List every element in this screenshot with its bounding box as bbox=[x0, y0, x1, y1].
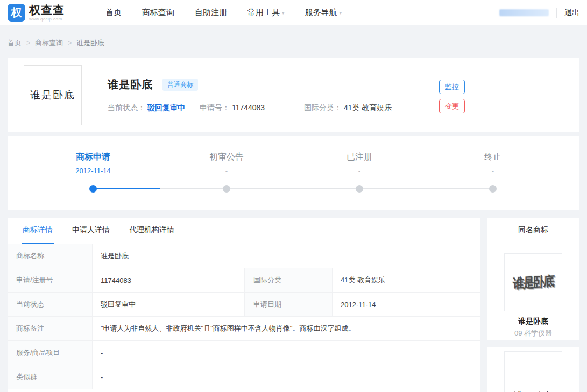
main-nav: 首页 商标查询 自助注册 常用工具 ▾ 服务导航 ▾ bbox=[105, 0, 342, 25]
chevron-down-icon: ▾ bbox=[340, 10, 342, 16]
trademark-detail-card: 商标详情 申请人详情 代理机构详情 商标名称 谁是卧底 申请/注册号 11744… bbox=[8, 218, 480, 392]
tab-agency-detail[interactable]: 代理机构详情 bbox=[128, 218, 175, 244]
nav-item-trademark-search[interactable]: 商标查询 bbox=[142, 8, 174, 18]
trademark-image: 谁是卧底 bbox=[24, 65, 82, 125]
nav-item-home[interactable]: 首页 bbox=[105, 8, 122, 18]
nav-item-self-register[interactable]: 自助注册 bbox=[195, 8, 227, 18]
intl-class-label: 国际分类： bbox=[304, 103, 342, 112]
logo-icon: 权 bbox=[8, 4, 25, 22]
breadcrumb-separator-icon: > bbox=[26, 39, 30, 47]
timeline-dot-active bbox=[89, 185, 97, 193]
table-row-remark: 商标备注 "申请人为非自然人、非政府机关"且"商标图样中不含人物肖像"。商标由汉… bbox=[8, 317, 480, 341]
status-timeline-card: 商标申请 2012-11-14 初审公告 - 已注册 - 终止 - bbox=[8, 136, 579, 210]
timeline-track-progress bbox=[93, 188, 160, 189]
same-name-item-name[interactable]: 谁是卧底 bbox=[487, 317, 579, 326]
application-number-value: 11744083 bbox=[232, 103, 265, 112]
trademark-type-badge: 普通商标 bbox=[162, 79, 198, 91]
table-row-name: 商标名称 谁是卧底 bbox=[8, 244, 480, 268]
change-button[interactable]: 变更 bbox=[439, 99, 465, 113]
trademark-summary-card: 谁是卧底 谁是卧底 普通商标 当前状态： 驳回复审中 申请号： 11744083… bbox=[8, 58, 579, 132]
nav-item-service-guide[interactable]: 服务导航 ▾ bbox=[305, 8, 342, 18]
timeline-dot bbox=[489, 185, 497, 193]
same-name-item-image[interactable]: 谁是卧底 bbox=[504, 351, 562, 392]
monitor-button[interactable]: 监控 bbox=[439, 80, 465, 94]
table-row-similar-group: 类似群 - bbox=[8, 365, 480, 389]
top-navbar: 权 权查查 www.qccip.com 首页 商标查询 自助注册 常用工具 ▾ … bbox=[0, 0, 587, 25]
same-name-trademarks-panel-item2: 谁是卧底 bbox=[487, 347, 579, 392]
brand-name: 权查查 bbox=[29, 4, 65, 17]
breadcrumb: 首页 > 商标查询 > 谁是卧底 bbox=[8, 38, 104, 48]
brand-url: www.qccip.com bbox=[29, 17, 65, 22]
same-name-panel-title: 同名商标 bbox=[487, 218, 579, 243]
site-logo[interactable]: 权 权查查 www.qccip.com bbox=[8, 4, 65, 22]
intl-class-value: 41类 教育娱乐 bbox=[344, 103, 392, 112]
same-name-item-image[interactable]: 谁是卧底 bbox=[504, 253, 562, 311]
breadcrumb-separator-icon: > bbox=[68, 39, 72, 47]
username-redacted bbox=[499, 9, 549, 16]
status-label: 当前状态： bbox=[108, 103, 145, 112]
detail-tabs: 商标详情 申请人详情 代理机构详情 bbox=[8, 218, 480, 244]
same-name-item-class: 09 科学仪器 bbox=[487, 329, 579, 338]
nav-item-common-tools[interactable]: 常用工具 ▾ bbox=[247, 8, 285, 18]
status-value-link[interactable]: 驳回复审中 bbox=[147, 103, 185, 112]
same-name-trademarks-panel: 同名商标 谁是卧底 谁是卧底 09 科学仪器 bbox=[487, 218, 579, 340]
timeline-dot bbox=[356, 185, 363, 193]
breadcrumb-home[interactable]: 首页 bbox=[8, 38, 22, 48]
table-row-status-date: 当前状态 驳回复审中 申请日期 2012-11-14 bbox=[8, 293, 480, 317]
tab-trademark-detail[interactable]: 商标详情 bbox=[22, 218, 54, 244]
timeline-dot bbox=[223, 185, 230, 193]
breadcrumb-current-page: 谁是卧底 bbox=[76, 38, 104, 48]
breadcrumb-trademark-search[interactable]: 商标查询 bbox=[35, 38, 63, 48]
logout-button[interactable]: 退出 bbox=[556, 8, 579, 18]
table-row-services: 服务/商品项目 - bbox=[8, 341, 480, 365]
trademark-name-title: 谁是卧底 bbox=[108, 77, 153, 92]
tab-applicant-detail[interactable]: 申请人详情 bbox=[71, 218, 111, 244]
application-number-label: 申请号： bbox=[200, 103, 230, 112]
chevron-down-icon: ▾ bbox=[282, 10, 285, 16]
table-row-appno-class: 申请/注册号 11744083 国际分类 41类 教育娱乐 bbox=[8, 268, 480, 293]
logo-glyph: 权 bbox=[11, 5, 22, 20]
